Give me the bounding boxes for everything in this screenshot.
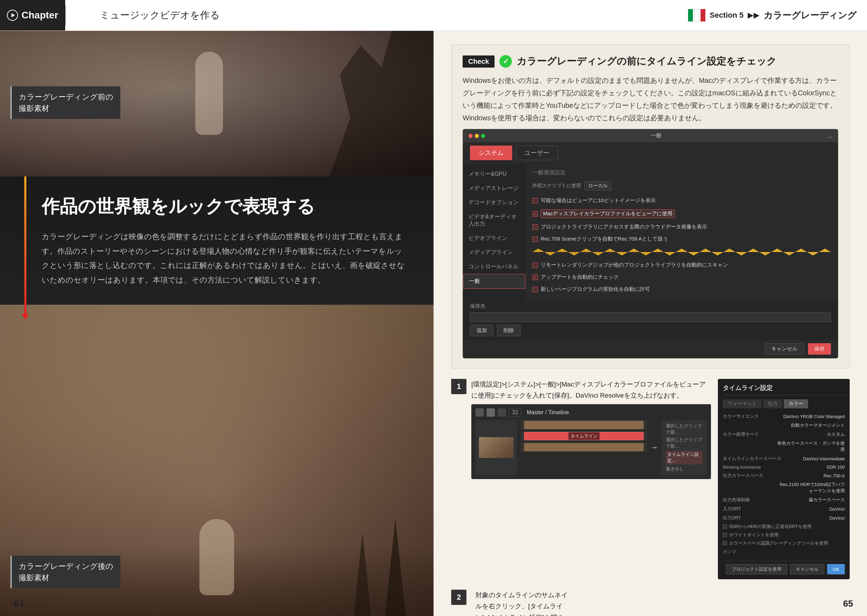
davinci-screenshot: 一般 ... システム ユーザー メモリー&GPU メディアストレージ デコード… xyxy=(463,129,838,358)
tl-icon1 xyxy=(475,409,484,417)
top-photo: カラーグレーディング前の 撮影素材 xyxy=(0,31,433,176)
davinci-save-area: 保存先 追加 削除 xyxy=(463,300,838,340)
checkbox4[interactable] xyxy=(532,236,538,242)
check-body: Windowsをお使いの方は、デフォルトの設定のままでも問題ありませんが、Mac… xyxy=(463,74,838,124)
checkbox6[interactable] xyxy=(532,275,538,280)
checkbox5[interactable] xyxy=(532,262,538,268)
tl-menu-item1[interactable]: 選択したクリップで新… xyxy=(666,423,703,435)
tl-menu: 選択したクリップで新… 選択したクリップで新… タイムライン設定... 書き出し xyxy=(662,420,707,475)
checkbox2[interactable] xyxy=(532,211,538,217)
sidebar-general[interactable]: 一般 xyxy=(463,274,526,289)
row-tl-cs: タイムラインカラースペース DaVinci Intermediate xyxy=(723,454,845,463)
input-row xyxy=(470,312,831,322)
timeline-content: タイムライン → 選択したクリップで新… 選択したクリップで新… xyxy=(475,420,707,475)
row-output-drt: 出力DRT DaVinci xyxy=(723,513,845,522)
sidebar-videoline[interactable]: ビデオプライン xyxy=(463,231,526,245)
val-color-mode: カスタム xyxy=(827,431,845,437)
checkbox3-row: プロジェクトライブラリにアクセスする際のクラウドデータ画像を表示 xyxy=(532,222,831,231)
section-flags xyxy=(688,9,705,22)
tl-settings-title: タイムライン設定 xyxy=(723,384,845,395)
row-working-lum: Working luminance SDR 100 xyxy=(723,463,845,471)
flag-green xyxy=(688,9,693,22)
flag-red xyxy=(700,9,705,22)
tl-panel-left xyxy=(475,420,517,475)
check-section: Check ✓ カラーグレーディングの前にタイムライン設定をチェック Windo… xyxy=(451,45,850,368)
tl-tab-format[interactable]: フォーマット xyxy=(723,399,762,409)
tl-settings-panel: タイムライン設定 フォーマット 出力 カラー カラーサイエンス DaVinci … xyxy=(718,379,850,579)
tl-menu-item2[interactable]: 選択したクリップで新… xyxy=(666,437,703,449)
tl-cancel-button[interactable]: キャンセル xyxy=(790,564,825,574)
wavy-divider xyxy=(532,248,831,256)
tl-cb1-label: SDRからHDRの変換に正規化DRTを使用 xyxy=(729,523,812,530)
tl-cb1-row: SDRからHDRの変換に正規化DRTを使用 xyxy=(723,522,845,531)
top-label-line1: カラーグレーディング前の xyxy=(19,91,113,103)
tl-menu-item3[interactable]: タイムライン設定... xyxy=(666,451,703,465)
bottom-photo: カラーグレーディング後の 撮影素材 xyxy=(0,305,433,616)
checkbox1-label: 可能な場合はビューアに10ビットイメージを表示 xyxy=(541,197,656,204)
check-title: カラーグレーディングの前にタイムライン設定をチェック xyxy=(517,55,776,68)
tl-tab-output[interactable]: 出力 xyxy=(763,399,782,409)
bottom-label-box: カラーグレーディング後の 撮影素材 xyxy=(10,556,120,588)
davinci-sidebar: メモリー&GPU メディアストレージ デコードオプション ビデオ&オーディオ入出… xyxy=(463,163,526,300)
check-header: Check ✓ カラーグレーディングの前にタイムライン設定をチェック xyxy=(463,55,838,68)
tl-ok-button[interactable]: OK xyxy=(827,564,845,574)
tl-menu-item4[interactable]: 書き出し xyxy=(666,466,703,472)
checkbox1-row: 可能な場合はビューアに10ビットイメージを表示 xyxy=(532,196,831,205)
sidebar-control[interactable]: コントロールパネル xyxy=(463,260,526,274)
cancel-button[interactable]: キャンセル xyxy=(765,343,804,355)
tl-title: Master / Timeline xyxy=(527,409,569,416)
checkbox1[interactable] xyxy=(532,198,538,203)
btn-row: 追加 削除 xyxy=(470,325,831,336)
sidebar-video[interactable]: ビデオ&オーディオ入出力 xyxy=(463,210,526,231)
tl-cb2-row: ホワイトポイントを使用 xyxy=(723,531,845,539)
flag-white xyxy=(694,9,699,22)
sidebar-memory[interactable]: メモリー&GPU xyxy=(463,167,526,181)
section-name: カラーグレーディング xyxy=(764,9,857,22)
sidebar-media-line[interactable]: メディアプライン xyxy=(463,245,526,260)
step2-num-block: 2 xyxy=(451,590,469,605)
label-tl-cs: タイムラインカラースペース xyxy=(723,456,781,462)
davinci-titlebar: 一般 ... xyxy=(463,129,838,142)
row-color-space: 単色カラースペース・ガンマを使用 xyxy=(723,439,845,454)
row-rec2100: Rec.2100 HDRで100nit以下パフォーマンスを使用 xyxy=(723,480,845,495)
timeline-area: 32 Master / Timeline xyxy=(471,404,711,479)
step2-text: 対象のタイムラインのサムネイルを右クリック、[タイムライン]>[タイムライン設定… xyxy=(475,590,573,616)
save-path-input[interactable] xyxy=(470,312,831,322)
section-label: Section 5 xyxy=(710,11,744,20)
tl-icon2 xyxy=(486,409,495,417)
checkbox3-label: プロジェクトライブラリにアクセスする際のクラウドデータ画像を表示 xyxy=(541,223,707,230)
arrow-icon: ▶▶ xyxy=(748,11,760,20)
delete-button[interactable]: 削除 xyxy=(497,325,521,336)
add-button[interactable]: 追加 xyxy=(470,325,494,336)
davinci-content: メモリー&GPU メディアストレージ デコードオプション ビデオ&オーディオ入出… xyxy=(463,163,838,300)
label-color-mode: カラー処理モード xyxy=(723,431,759,437)
tl-track3 xyxy=(521,442,647,452)
window-title: 一般 xyxy=(651,132,662,139)
val-rec2100: Rec.2100 HDRで100nit以下パフォーマンスを使用 xyxy=(776,481,845,494)
tl-tab-color[interactable]: カラー xyxy=(784,399,808,409)
val-output-drt: DaVinci xyxy=(829,515,845,521)
tl-cb1[interactable] xyxy=(723,525,727,529)
project-settings-button[interactable]: プロジェクト設定を使用 xyxy=(726,564,787,574)
checkbox7-label: 新しいページプログラムの実効化を自動に許可 xyxy=(541,286,650,292)
sidebar-media[interactable]: メディアストレージ xyxy=(463,181,526,195)
checkbox3[interactable] xyxy=(532,224,538,230)
checkbox2-label: Macディスプレイカラープロファイルをビューアに使用 xyxy=(541,209,675,218)
val-cs2: 単色カラースペース・ガンマを使用 xyxy=(776,440,845,453)
davinci-section-title: 一般環境設定 xyxy=(532,169,831,176)
save-button[interactable]: 保存 xyxy=(808,343,831,355)
tl-cb2[interactable] xyxy=(723,533,727,537)
sidebar-decode[interactable]: デコードオプション xyxy=(463,195,526,210)
row-output-gamut: 出力色域制御 歯カラースペース xyxy=(723,495,845,504)
tl-settings-content: カラーサイエンス DaVinci YRGB Color Managed 自動カラ… xyxy=(723,412,845,558)
checkbox5-label: リモートレンダリングジョブが他のプロジェクトライブラリを自動的にスキャン xyxy=(541,262,728,268)
save-label: 保存先 xyxy=(470,303,831,310)
tab-system[interactable]: システム xyxy=(470,146,512,160)
tl-number: 32 xyxy=(509,409,521,417)
checkbox7[interactable] xyxy=(532,287,538,292)
tl-track2: タイムライン xyxy=(521,431,647,441)
val-output-cs: Rec.700-A xyxy=(824,473,845,478)
timeline-toolbar: 32 Master / Timeline xyxy=(475,409,707,417)
tl-cb3[interactable] xyxy=(723,541,727,545)
tab-user[interactable]: ユーザー xyxy=(516,146,558,160)
